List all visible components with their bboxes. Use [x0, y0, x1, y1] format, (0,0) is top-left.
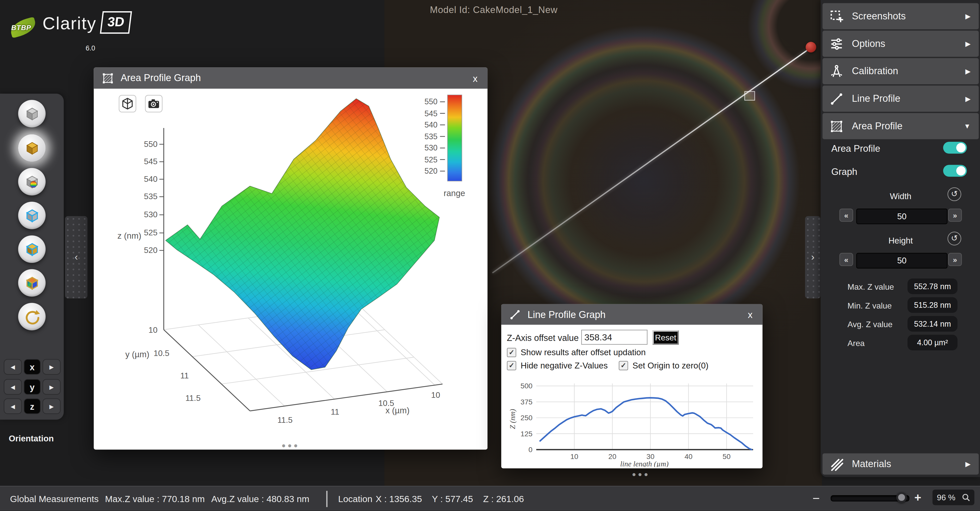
- line-endpoint-marker[interactable]: [806, 42, 816, 52]
- chevron-right-icon: ▶: [966, 460, 971, 468]
- location-label: Location: [338, 494, 372, 504]
- width-decrement-button[interactable]: «: [839, 209, 853, 222]
- height-input[interactable]: [856, 253, 948, 268]
- view-cube-heatmap-button[interactable]: [18, 269, 46, 297]
- location-y: Y : 577.45: [432, 494, 473, 504]
- chart-y-tick-labels: 500 375 250 125 0: [520, 382, 533, 454]
- orientation-x-left-button[interactable]: ◀: [4, 359, 22, 375]
- line-window-close-button[interactable]: x: [748, 309, 752, 320]
- graph-toggle[interactable]: [943, 165, 967, 177]
- orientation-y-button[interactable]: y: [24, 379, 41, 395]
- height-reset-button[interactable]: ↺: [948, 232, 961, 246]
- orientation-z-button[interactable]: z: [24, 398, 41, 414]
- svg-text:550: 550: [144, 140, 158, 149]
- menu-item-screenshots[interactable]: Screenshots ▶: [822, 3, 979, 29]
- svg-text:520: 520: [144, 246, 158, 255]
- line-profile-measurement-line[interactable]: [492, 46, 812, 274]
- area-profile-toggle[interactable]: [943, 142, 967, 154]
- area-window-titlebar[interactable]: Area Profile Graph x: [94, 67, 487, 89]
- options-icon: [829, 36, 844, 51]
- area-selection-marker[interactable]: [745, 91, 755, 101]
- menu-item-area-profile[interactable]: Area Profile ▼: [822, 113, 979, 139]
- materials-icon: [829, 457, 844, 471]
- svg-text:545: 545: [144, 157, 158, 166]
- status-bar: Global Measurements Max.Z value : 770.18…: [0, 486, 980, 511]
- chevron-right-icon: ▶: [966, 12, 971, 21]
- cube-gold-icon: [24, 140, 40, 156]
- left-toolbar: Orientation ◀ x ▶ ◀ y ▶ ◀ z ▶: [0, 94, 64, 419]
- zoom-slider-thumb[interactable]: [896, 492, 907, 503]
- zoom-out-button[interactable]: −: [813, 491, 820, 506]
- min-z-label: Min. Z value: [848, 301, 892, 310]
- global-measurements-label: Global Measurements: [10, 494, 99, 504]
- area-label: Area: [848, 338, 865, 348]
- view-cube-solid-button[interactable]: [18, 100, 46, 127]
- line-window-drag-handle[interactable]: ●●●: [632, 470, 650, 478]
- global-avg-z: Avg.Z value : 480.83 nm: [211, 494, 309, 504]
- svg-text:0: 0: [528, 446, 533, 454]
- set-origin-checkbox[interactable]: [619, 361, 628, 370]
- orientation-y-right-button[interactable]: ▶: [43, 379, 61, 395]
- svg-text:530: 530: [425, 143, 438, 152]
- area-window-title: Area Profile Graph: [121, 72, 201, 84]
- orientation-z-right-button[interactable]: ▶: [43, 398, 61, 414]
- orientation-y-left-button[interactable]: ◀: [4, 379, 22, 395]
- reset-view-button[interactable]: [18, 303, 46, 330]
- offset-input[interactable]: [581, 330, 648, 345]
- height-decrement-button[interactable]: «: [839, 253, 853, 266]
- view-cube-texture-button[interactable]: [18, 168, 46, 195]
- area-window-close-button[interactable]: x: [473, 73, 477, 83]
- view-cube-gold-wireframe-button[interactable]: [18, 235, 46, 263]
- width-input[interactable]: [856, 209, 948, 224]
- model-id-label: Model Id: CakeModel_1_New: [387, 4, 600, 15]
- max-z-value: 552.78 nm: [907, 278, 958, 294]
- svg-text:40: 40: [684, 452, 692, 460]
- orientation-x-button[interactable]: x: [24, 359, 41, 375]
- menu-item-options[interactable]: Options ▶: [822, 30, 979, 57]
- status-divider: [326, 491, 327, 507]
- chevron-right-icon: ▶: [966, 95, 971, 103]
- area-surface-plot[interactable]: 550 545 540 535 530 525 520 z (nm) 10 10…: [100, 89, 487, 445]
- svg-text:10: 10: [570, 452, 578, 460]
- show-results-checkbox[interactable]: [507, 348, 516, 357]
- svg-text:125: 125: [520, 430, 533, 438]
- orientation-z-left-button[interactable]: ◀: [4, 398, 22, 414]
- menu-item-calibration[interactable]: Calibration ▶: [822, 58, 979, 84]
- reset-offset-button[interactable]: Reset: [652, 330, 679, 345]
- cube-gold-outline-icon: [24, 241, 40, 257]
- line-window-titlebar[interactable]: Line Profile Graph x: [501, 304, 762, 325]
- height-increment-button[interactable]: »: [948, 253, 962, 266]
- app-root: Model Id: CakeModel_1_New BTBP Clarity 3…: [0, 0, 980, 511]
- hide-negative-checkbox[interactable]: [507, 361, 516, 370]
- collapse-handle-left[interactable]: ‹: [65, 216, 88, 298]
- view-cube-wireframe-button[interactable]: [18, 202, 46, 229]
- zoom-in-button[interactable]: +: [915, 491, 921, 505]
- y-axis-label: y (µm): [125, 349, 149, 359]
- logo-3d-badge: 3D: [100, 11, 132, 34]
- checkbox-row-2: Hide negative Z-Values: [507, 361, 608, 370]
- menu-item-materials[interactable]: Materials ▶: [822, 453, 979, 474]
- orientation-x-right-button[interactable]: ▶: [43, 359, 61, 375]
- width-increment-button[interactable]: »: [948, 209, 962, 222]
- width-label: Width: [857, 192, 945, 201]
- chevron-right-icon: ▶: [966, 40, 971, 48]
- menu-item-line-profile[interactable]: Line Profile ▶: [822, 86, 979, 112]
- orientation-title: Orientation: [0, 434, 62, 443]
- line-profile-chart[interactable]: 500 375 250 125 0 10 20 30 40 50 Z (nm) …: [506, 375, 759, 467]
- svg-text:50: 50: [722, 452, 730, 460]
- calibration-icon: [829, 64, 844, 78]
- logo-btbp-text: BTBP: [11, 24, 31, 31]
- svg-text:520: 520: [425, 167, 438, 175]
- cube-rainbow-ball-icon: [24, 173, 40, 190]
- svg-text:10: 10: [431, 390, 440, 400]
- svg-text:30: 30: [646, 452, 654, 460]
- chevron-down-icon: ▼: [964, 122, 971, 130]
- width-reset-button[interactable]: ↺: [948, 187, 961, 201]
- view-cube-gold-button[interactable]: [18, 134, 46, 162]
- collapse-handle-right[interactable]: ›: [805, 216, 821, 298]
- global-max-z: Max.Z value : 770.18 nm: [105, 494, 205, 504]
- location-x: X : 1356.35: [375, 494, 422, 504]
- colorbar: [447, 95, 462, 181]
- zoom-level-box[interactable]: 96 %: [932, 490, 974, 505]
- area-window-drag-handle[interactable]: ●●●: [282, 441, 300, 449]
